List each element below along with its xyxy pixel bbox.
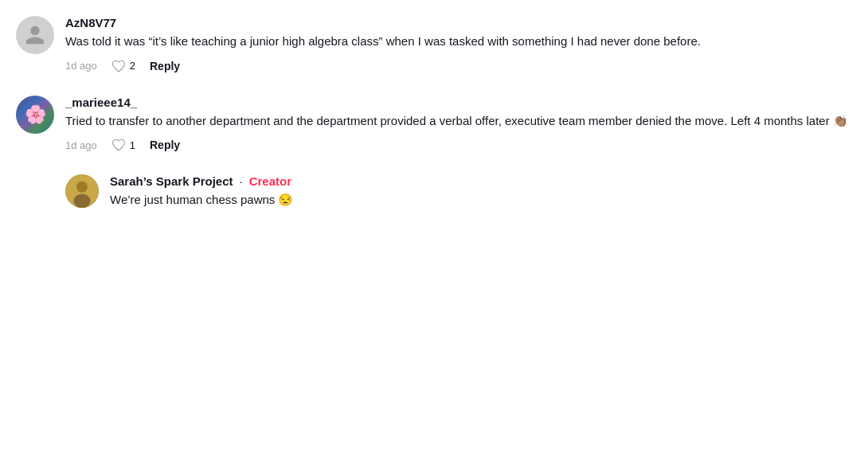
reply-section: Sarah’s Spark Project · Creator We’re ju…: [65, 174, 852, 209]
user-icon: [24, 24, 46, 46]
reply-button[interactable]: Reply: [150, 139, 180, 151]
svg-point-1: [76, 182, 88, 193]
comment-item: AzN8V77 Was told it was “it’s like teach…: [16, 16, 852, 73]
comment-actions: 1d ago 2 Reply: [65, 59, 852, 73]
like-button[interactable]: 2: [111, 59, 135, 73]
like-count: 1: [130, 139, 135, 151]
comment-timestamp: 1d ago: [65, 60, 97, 72]
like-count: 2: [130, 60, 135, 72]
reply-button[interactable]: Reply: [150, 60, 180, 72]
comment-body: AzN8V77 Was told it was “it’s like teach…: [65, 16, 852, 73]
reply-comment: Sarah’s Spark Project · Creator We’re ju…: [65, 174, 852, 209]
like-button[interactable]: 1: [111, 138, 135, 152]
comment-username: _marieee14_: [65, 96, 852, 109]
reply-username: Sarah’s Spark Project: [110, 174, 233, 188]
comment-text: Tried to transfer to another department …: [65, 112, 852, 131]
avatar: [65, 174, 99, 208]
reply-body: Sarah’s Spark Project · Creator We’re ju…: [110, 174, 852, 209]
comment-body: _marieee14_ Tried to transfer to another…: [65, 96, 852, 153]
comment-text: Was told it was “it’s like teaching a ju…: [65, 33, 852, 51]
svg-point-2: [74, 194, 91, 209]
creator-badge: Creator: [249, 174, 291, 188]
avatar: [16, 16, 54, 54]
comment-username: AzN8V77: [65, 16, 852, 29]
reply-text: We’re just human chess pawns 😒: [110, 191, 852, 209]
heart-icon: [111, 59, 126, 73]
avatar: 🌸: [16, 96, 54, 134]
comment-timestamp: 1d ago: [65, 139, 97, 151]
comment-item: 🌸 _marieee14_ Tried to transfer to anoth…: [16, 96, 852, 153]
sarah-avatar-image: [65, 174, 99, 208]
separator: ·: [240, 174, 243, 188]
heart-icon: [111, 138, 126, 152]
comment-actions: 1d ago 1 Reply: [65, 138, 852, 152]
comment-thread: AzN8V77 Was told it was “it’s like teach…: [16, 16, 852, 209]
